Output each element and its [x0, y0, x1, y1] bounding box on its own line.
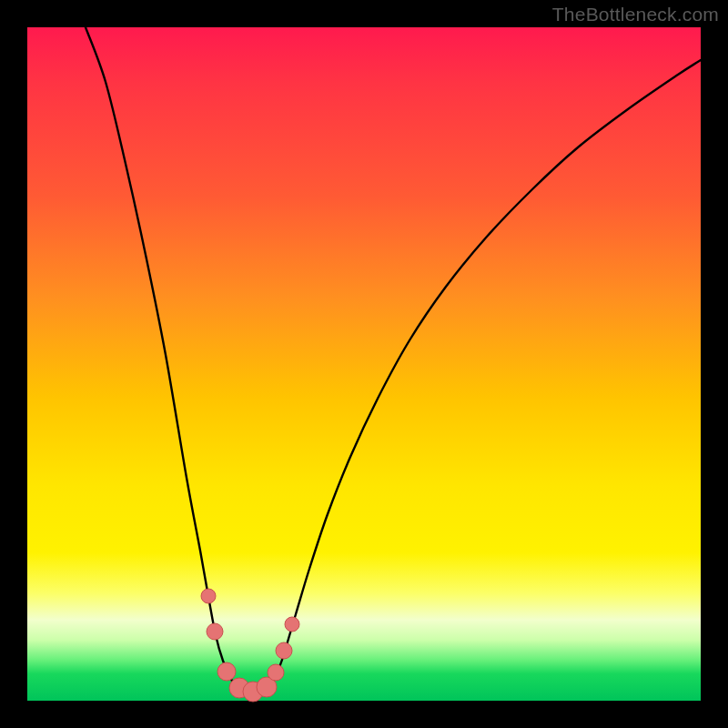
- data-marker: [268, 664, 284, 681]
- bottleneck-curve: [86, 27, 701, 692]
- data-marker: [285, 617, 299, 632]
- markers-group: [201, 589, 299, 702]
- chart-frame: TheBottleneck.com: [0, 0, 728, 728]
- data-marker: [217, 662, 236, 681]
- data-marker: [201, 589, 216, 603]
- data-marker: [207, 623, 223, 640]
- data-marker: [276, 642, 292, 659]
- watermark-text: TheBottleneck.com: [552, 4, 719, 25]
- curve-layer: [27, 27, 701, 701]
